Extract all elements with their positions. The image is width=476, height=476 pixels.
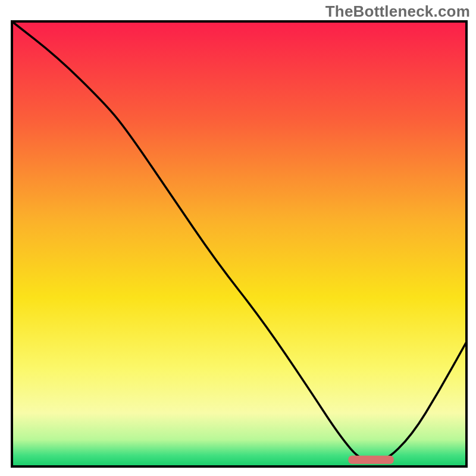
chart-stage: TheBottleneck.com xyxy=(0,0,476,476)
watermark-text: TheBottleneck.com xyxy=(325,2,470,21)
plot-background xyxy=(12,21,466,466)
bottleneck-chart xyxy=(0,0,476,476)
optimal-zone-bar xyxy=(348,456,393,464)
